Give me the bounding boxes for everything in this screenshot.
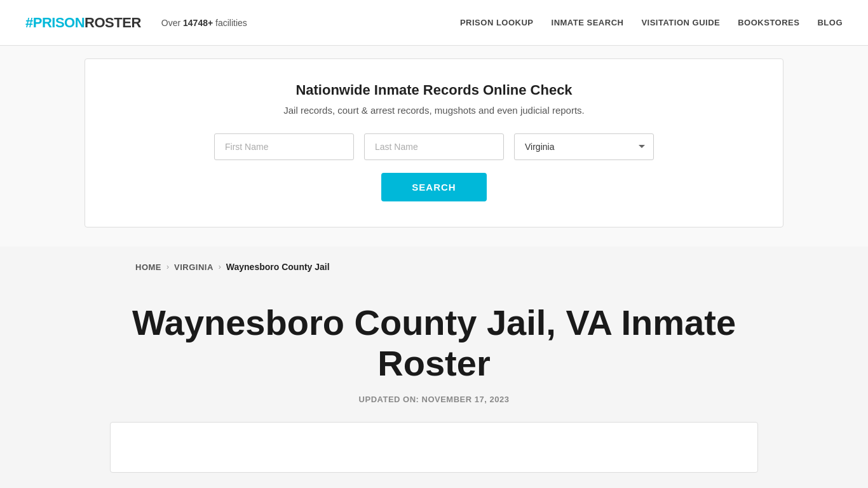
- facilities-prefix: Over: [161, 18, 183, 28]
- main-nav: PRISON LOOKUP INMATE SEARCH VISITATION G…: [460, 18, 843, 27]
- page-title-section: Waynesboro County Jail, VA Inmate Roster…: [110, 272, 758, 422]
- logo-prison: PRISON: [33, 15, 85, 31]
- breadcrumb-home[interactable]: Home: [135, 262, 161, 272]
- logo-hash: #: [25, 15, 33, 31]
- search-fields-row: AlabamaAlaskaArizonaArkansasCaliforniaCo…: [111, 133, 757, 160]
- content-card: [110, 422, 758, 473]
- search-button[interactable]: SEARCH: [381, 173, 486, 201]
- facilities-count-text: Over 14748+ facilities: [161, 18, 247, 28]
- breadcrumb-virginia[interactable]: Virginia: [174, 262, 214, 272]
- site-header: #PRISONROSTER Over 14748+ facilities PRI…: [0, 0, 868, 46]
- nav-inmate-search[interactable]: INMATE SEARCH: [552, 18, 624, 27]
- facilities-suffix: facilities: [213, 18, 247, 28]
- breadcrumb: Home › Virginia › Waynesboro County Jail: [110, 262, 758, 272]
- breadcrumb-current: Waynesboro County Jail: [226, 262, 330, 272]
- nav-prison-lookup[interactable]: PRISON LOOKUP: [460, 18, 534, 27]
- state-select[interactable]: AlabamaAlaskaArizonaArkansasCaliforniaCo…: [514, 133, 654, 160]
- main-content: Home › Virginia › Waynesboro County Jail…: [85, 262, 783, 473]
- facilities-number: 14748+: [183, 18, 213, 28]
- search-widget-wrapper: Nationwide Inmate Records Online Check J…: [0, 46, 868, 247]
- search-widget: Nationwide Inmate Records Online Check J…: [85, 58, 783, 227]
- breadcrumb-separator-2: ›: [219, 262, 221, 271]
- nav-blog[interactable]: BLOG: [817, 18, 843, 27]
- logo-roster: ROSTER: [85, 15, 141, 31]
- logo[interactable]: #PRISONROSTER: [25, 15, 141, 31]
- nav-visitation-guide[interactable]: VISITATION GUIDE: [641, 18, 720, 27]
- search-widget-subtitle: Jail records, court & arrest records, mu…: [111, 105, 757, 116]
- last-name-input[interactable]: [364, 133, 504, 160]
- search-btn-row: SEARCH: [111, 173, 757, 201]
- page-title: Waynesboro County Jail, VA Inmate Roster: [110, 302, 758, 384]
- breadcrumb-separator-1: ›: [166, 262, 169, 271]
- search-widget-title: Nationwide Inmate Records Online Check: [111, 82, 757, 98]
- updated-label: UPDATED ON: NOVEMBER 17, 2023: [110, 395, 758, 404]
- first-name-input[interactable]: [214, 133, 354, 160]
- nav-bookstores[interactable]: BOOKSTORES: [738, 18, 799, 27]
